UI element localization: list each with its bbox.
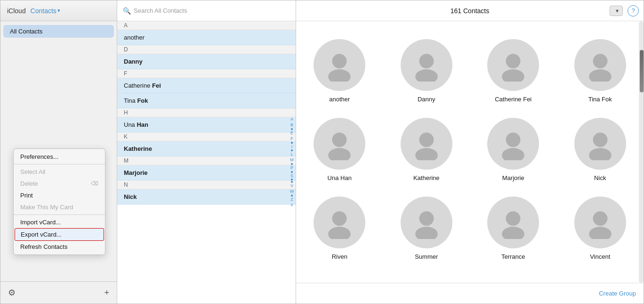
avatar-icon-marjorie	[497, 127, 530, 160]
list-item-catherine-fei[interactable]: Catherine Fei	[117, 78, 296, 93]
alpha-v[interactable]: V	[290, 183, 293, 189]
contact-name-riven: Riven	[332, 253, 347, 260]
svg-point-3	[328, 69, 351, 82]
svg-point-4	[419, 54, 434, 68]
label-separator	[27, 7, 29, 15]
list-item-katherine[interactable]: Katherine	[117, 141, 296, 156]
contact-card-vincent[interactable]: Vincent	[557, 188, 644, 267]
alpha-m[interactable]: M	[290, 157, 294, 163]
contact-list-panel: 🔍 A another D Danny F Catherine Fei Tina…	[117, 0, 296, 304]
menu-separator-1	[14, 164, 105, 164]
menu-item-print[interactable]: Print	[14, 189, 105, 201]
alpha-p[interactable]: P	[290, 165, 293, 171]
contact-card-tina-fok[interactable]: Tina Fok	[557, 31, 644, 109]
app-container: iCloud Contacts ▾ All Contacts ⚙ + Prefe…	[0, 0, 644, 304]
menu-separator-2	[14, 214, 105, 215]
contact-card-summer[interactable]: Summer	[383, 188, 470, 267]
contacts-dropdown-arrow[interactable]: ▾	[57, 8, 60, 14]
alpha-dot-8	[291, 195, 293, 197]
menu-item-preferences[interactable]: Preferences...	[14, 151, 105, 163]
avatar-katherine	[401, 118, 452, 170]
contact-name-terrance: Terrance	[501, 253, 525, 260]
contact-card-catherine-fei[interactable]: Catherine Fei	[470, 31, 557, 109]
menu-item-export-vcard[interactable]: Export vCard...	[15, 228, 104, 241]
contact-name-vincent: Vincent	[590, 253, 610, 260]
avatar-icon-una-han	[323, 127, 356, 160]
alpha-a[interactable]: A	[290, 117, 293, 122]
icloud-label: iCloud	[7, 7, 26, 15]
contact-card-katherine[interactable]: Katherine	[383, 109, 470, 188]
alpha-e[interactable]: E	[290, 131, 293, 136]
svg-point-9	[589, 69, 612, 82]
scrollbar-thumb[interactable]	[640, 50, 644, 92]
section-header-h: H	[117, 108, 296, 117]
alpha-s[interactable]: S	[290, 173, 293, 179]
menu-item-delete[interactable]: Delete ⌫	[14, 178, 105, 189]
list-item-marjorie[interactable]: Marjorie	[117, 165, 296, 181]
alphabet-index: A B E F I L M P S V W Z #	[288, 21, 296, 304]
section-header-n: N	[117, 181, 296, 189]
svg-point-16	[593, 132, 607, 147]
menu-item-make-my-card[interactable]: Make This My Card	[14, 201, 105, 213]
contact-name-tina-fok: Tina Fok	[588, 96, 612, 103]
contact-card-danny[interactable]: Danny	[383, 31, 470, 109]
alpha-i[interactable]: I	[291, 144, 293, 149]
svg-point-5	[415, 69, 438, 82]
svg-point-14	[506, 132, 521, 147]
menu-item-refresh-contacts[interactable]: Refresh Contacts	[14, 241, 105, 253]
avatar-tina-fok	[574, 39, 626, 91]
alpha-b[interactable]: B	[290, 123, 293, 128]
sidebar-item-all-contacts[interactable]: All Contacts	[3, 25, 114, 38]
svg-point-23	[502, 227, 524, 239]
svg-point-25	[589, 227, 612, 239]
create-group-button[interactable]: Create Group	[599, 290, 636, 297]
section-header-f: F	[117, 69, 296, 78]
help-button[interactable]: ?	[628, 5, 639, 16]
svg-point-18	[332, 211, 347, 226]
scrollbar-track[interactable]	[639, 21, 644, 283]
avatar-riven	[314, 197, 365, 248]
alpha-z[interactable]: Z	[290, 197, 293, 202]
menu-item-import-vcard[interactable]: Import vCard...	[14, 216, 105, 228]
contact-card-nick[interactable]: Nick	[557, 109, 644, 188]
gear-button[interactable]: ⚙	[6, 286, 17, 300]
avatar-marjorie	[487, 118, 539, 170]
contact-name-una-han: Una Han	[328, 174, 352, 181]
svg-point-13	[415, 148, 438, 160]
list-item-another[interactable]: another	[117, 30, 296, 45]
contact-card-terrance[interactable]: Terrance	[470, 188, 557, 267]
sort-chevron-icon: ▾	[616, 8, 619, 14]
list-item-nick[interactable]: Nick	[117, 189, 296, 205]
alpha-f[interactable]: F	[290, 136, 293, 141]
contact-card-marjorie[interactable]: Marjorie	[470, 109, 557, 188]
list-item-una-han[interactable]: Una Han	[117, 117, 296, 132]
contact-card-una-han[interactable]: Una Han	[296, 109, 383, 188]
list-item-danny[interactable]: Danny	[117, 54, 296, 69]
alpha-dot-3	[291, 149, 293, 151]
menu-item-select-all[interactable]: Select All	[14, 166, 105, 178]
contact-card-another[interactable]: another	[296, 31, 383, 109]
avatar-una-han	[314, 118, 365, 170]
svg-point-20	[419, 211, 434, 226]
alpha-hash[interactable]: #	[290, 203, 293, 208]
search-bar: 🔍	[117, 0, 296, 21]
alpha-dot-2	[291, 142, 293, 144]
alpha-dot-5	[291, 171, 293, 173]
search-input[interactable]	[134, 7, 290, 14]
contact-card-riven[interactable]: Riven	[296, 188, 383, 267]
svg-point-24	[593, 211, 607, 226]
section-header-k: K	[117, 132, 296, 141]
svg-point-15	[502, 148, 524, 160]
add-button[interactable]: +	[102, 286, 111, 300]
svg-point-2	[332, 54, 347, 68]
sort-dropdown[interactable]: ▾	[610, 6, 623, 16]
contact-name-catherine-fei: Catherine Fei	[495, 96, 531, 103]
list-item-tina-fok[interactable]: Tina Fok	[117, 93, 296, 108]
alpha-w[interactable]: W	[290, 189, 294, 194]
search-icon: 🔍	[123, 7, 131, 15]
alpha-l[interactable]: L	[290, 152, 293, 157]
cards-container: another Danny	[296, 21, 644, 283]
avatar-icon-katherine	[410, 127, 443, 160]
svg-point-17	[589, 148, 612, 160]
avatar-danny	[401, 39, 452, 91]
